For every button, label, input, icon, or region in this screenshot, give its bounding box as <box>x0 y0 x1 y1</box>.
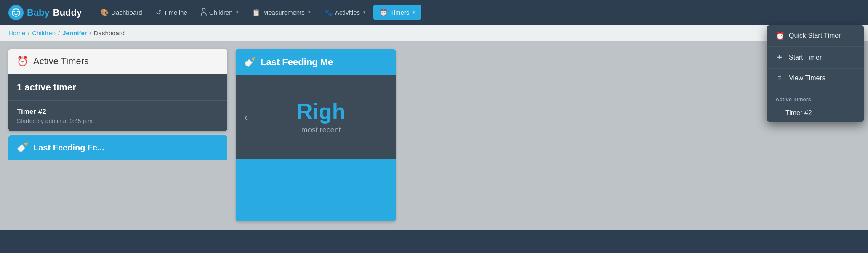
bottom-card-partial: 🍼 Last Feeding Fe... <box>8 135 227 160</box>
timer-started: Started by admin at 9:45 p.m. <box>17 118 219 124</box>
dropdown-quick-start[interactable]: ⏰ Quick Start Timer <box>767 25 864 47</box>
card-header-active-timers: ⏰ Active Timers <box>8 49 227 74</box>
breadcrumb-jennifer[interactable]: Jennifer <box>62 29 87 37</box>
activities-caret: ▾ <box>363 10 366 15</box>
feeding-header-icon: 🍼 <box>244 57 256 68</box>
dropdown-timer2-label: Timer #2 <box>785 109 812 117</box>
brand-icon <box>8 5 24 20</box>
dropdown-start-timer[interactable]: + Start Timer <box>767 47 864 69</box>
svg-point-2 <box>17 11 19 12</box>
dropdown-start-timer-label: Start Timer <box>789 54 822 61</box>
feeding-card-body: ‹ Righ most recent <box>236 75 396 159</box>
feeding-arrow-left[interactable]: ‹ <box>244 111 248 124</box>
measurements-icon: 📋 <box>252 8 261 16</box>
dropdown-view-timers[interactable]: ≡ View Timers <box>767 69 864 88</box>
bottom-card-title: Last Feeding Fe... <box>33 143 104 153</box>
breadcrumb-sep-2: / <box>58 29 60 37</box>
svg-point-3 <box>202 8 205 11</box>
dropdown-view-timers-label: View Timers <box>789 74 825 82</box>
breadcrumb-sep-3: / <box>90 29 91 37</box>
active-timers-card: ⏰ Active Timers 1 active timer Timer #2 … <box>8 49 236 221</box>
nav-children[interactable]: Children ▾ <box>195 5 245 21</box>
timers-caret: ▾ <box>413 10 415 15</box>
brand-buddy: Buddy <box>53 7 82 18</box>
svg-point-0 <box>12 9 20 16</box>
active-timers-title: Active Timers <box>33 56 89 67</box>
nav-children-label: Children <box>209 9 233 16</box>
navbar: Baby Buddy 🎨 Dashboard ↺ Timeline Childr… <box>0 0 868 25</box>
nav-measurements-label: Measurements <box>263 9 305 16</box>
nav-timeline[interactable]: ↺ Timeline <box>150 5 193 20</box>
active-timers-header-icon: ⏰ <box>17 56 28 67</box>
breadcrumb-sep-1: / <box>28 29 29 37</box>
measurements-caret: ▾ <box>308 10 311 15</box>
activities-icon: 🐾 <box>324 8 333 16</box>
nav-timers-label: Timers <box>390 9 409 16</box>
children-caret: ▾ <box>236 10 239 15</box>
feeding-header-title: Last Feeding Me <box>261 57 333 68</box>
children-icon <box>201 8 207 17</box>
dropdown-timer2[interactable]: Timer #2 <box>767 104 864 122</box>
timer-name: Timer #2 <box>17 108 219 116</box>
nav-activities-label: Activities <box>335 9 360 16</box>
nav-dashboard[interactable]: 🎨 Dashboard <box>94 5 148 20</box>
breadcrumb: Home / Children / Jennifer / Dashboard <box>0 25 868 41</box>
quick-start-icon: ⏰ <box>775 31 784 40</box>
breadcrumb-children[interactable]: Children <box>32 29 56 37</box>
feeding-card-header: 🍼 Last Feeding Me <box>236 49 396 75</box>
breadcrumb-dashboard: Dashboard <box>94 29 125 37</box>
brand-baby: Baby <box>27 7 50 18</box>
card-body-active-timers: 1 active timer Timer #2 Started by admin… <box>8 74 227 131</box>
view-timers-icon: ≡ <box>775 74 784 82</box>
dropdown-divider <box>767 90 864 90</box>
timer-item: Timer #2 Started by admin at 9:45 p.m. <box>8 101 227 131</box>
nav-activities[interactable]: 🐾 Activities ▾ <box>318 5 372 20</box>
timeline-icon: ↺ <box>156 8 161 16</box>
nav-timeline-label: Timeline <box>164 9 187 16</box>
nav-timers[interactable]: ⏰ Timers ▾ <box>373 5 421 20</box>
start-timer-icon: + <box>775 53 784 62</box>
timers-dropdown-menu: ⏰ Quick Start Timer + Start Timer ≡ View… <box>767 25 864 122</box>
main-content: ⏰ Active Timers 1 active timer Timer #2 … <box>0 41 868 230</box>
nav-dashboard-label: Dashboard <box>111 9 142 16</box>
timers-icon: ⏰ <box>379 8 388 16</box>
active-timer-count: 1 active timer <box>8 74 227 101</box>
dashboard-icon: 🎨 <box>100 8 109 16</box>
feeding-content: Righ most recent <box>255 100 387 134</box>
bottom-card-icon: 🍼 <box>17 142 28 153</box>
svg-point-1 <box>13 11 15 12</box>
feeding-side: Righ <box>255 100 387 122</box>
feeding-recent: most recent <box>255 126 387 134</box>
last-feeding-card: 🍼 Last Feeding Me ‹ Righ most recent <box>236 49 396 221</box>
dropdown-quick-start-label: Quick Start Timer <box>789 32 841 40</box>
breadcrumb-home[interactable]: Home <box>8 29 25 37</box>
brand-logo[interactable]: Baby Buddy <box>8 5 82 20</box>
nav-measurements[interactable]: 📋 Measurements ▾ <box>246 5 317 20</box>
dropdown-section-active-timers: Active Timers <box>767 92 864 104</box>
nav-items: 🎨 Dashboard ↺ Timeline Children ▾ 📋 Meas… <box>94 5 860 21</box>
